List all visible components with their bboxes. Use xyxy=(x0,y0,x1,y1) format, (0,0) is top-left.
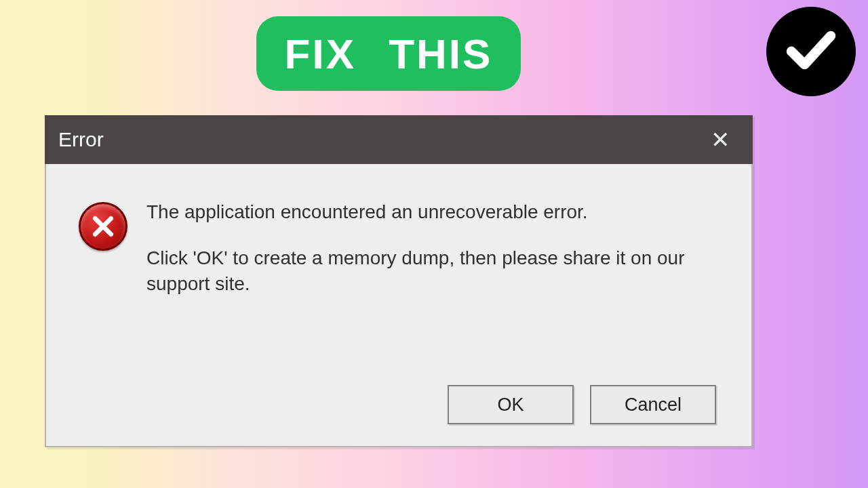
fix-this-label: FIX THIS xyxy=(285,30,493,78)
message-line-2: Click 'OK' to create a memory dump, then… xyxy=(146,245,703,297)
ok-button-label: OK xyxy=(497,394,524,415)
fix-this-badge: FIX THIS xyxy=(256,16,521,91)
close-icon: ✕ xyxy=(711,126,730,153)
checkmark-icon xyxy=(783,22,839,81)
ok-button[interactable]: OK xyxy=(448,385,574,424)
error-icon xyxy=(79,202,127,251)
dialog-titlebar[interactable]: Error ✕ xyxy=(45,115,753,164)
close-button[interactable]: ✕ xyxy=(705,125,735,155)
dialog-message: The application encountered an unrecover… xyxy=(146,199,703,296)
message-row: The application encountered an unrecover… xyxy=(79,199,719,385)
checkmark-badge xyxy=(766,7,856,96)
dialog-body: The application encountered an unrecover… xyxy=(45,164,753,447)
dialog-button-row: OK Cancel xyxy=(79,385,719,430)
cancel-button[interactable]: Cancel xyxy=(590,385,716,424)
dialog-title: Error xyxy=(58,128,104,151)
cancel-button-label: Cancel xyxy=(625,394,682,415)
error-dialog: Error ✕ The application encountered an u… xyxy=(45,115,753,447)
message-line-1: The application encountered an unrecover… xyxy=(146,199,703,225)
